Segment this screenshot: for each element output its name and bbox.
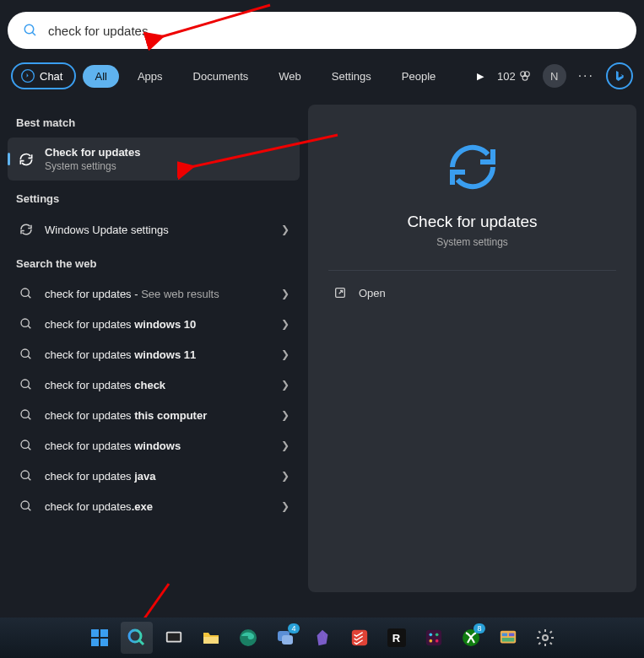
- more-icon[interactable]: ···: [578, 68, 594, 84]
- result-web-item[interactable]: check for updates - See web results❯: [8, 278, 300, 309]
- svg-point-12: [21, 380, 29, 387]
- search-icon: [18, 317, 35, 331]
- result-web-item[interactable]: check for updates windows 10❯: [8, 309, 300, 339]
- preview-sync-icon: [328, 137, 616, 197]
- bing-icon[interactable]: [606, 62, 633, 89]
- svg-point-30: [129, 630, 141, 642]
- search-input[interactable]: [48, 24, 621, 38]
- svg-line-11: [28, 356, 30, 359]
- result-web-item[interactable]: check for updates check❯: [8, 369, 300, 400]
- app-r-button[interactable]: R: [381, 622, 413, 654]
- file-explorer-button[interactable]: [195, 622, 227, 654]
- tab-apps[interactable]: Apps: [126, 65, 175, 88]
- slack-button[interactable]: [418, 622, 450, 654]
- svg-rect-33: [167, 634, 180, 641]
- svg-rect-26: [91, 629, 99, 637]
- chat-badge: 4: [288, 623, 299, 634]
- tab-chat-label: Chat: [40, 70, 62, 83]
- section-settings: Settings: [8, 181, 300, 213]
- open-icon: [333, 286, 347, 299]
- sync-icon: [18, 151, 35, 168]
- play-icon[interactable]: ▶: [470, 71, 490, 82]
- rewards-points[interactable]: 102: [497, 70, 531, 83]
- tab-chat[interactable]: Chat: [11, 62, 76, 89]
- search-icon: [18, 499, 35, 513]
- tab-settings[interactable]: Settings: [320, 65, 383, 88]
- result-web-item[interactable]: check for updates.exe❯: [8, 491, 300, 521]
- chevron-right-icon: ❯: [281, 379, 290, 391]
- xbox-badge: 8: [474, 623, 484, 634]
- result-setting-item[interactable]: Windows Update settings❯: [8, 213, 300, 245]
- preview-panel: Check for updates System settings Open: [308, 105, 636, 592]
- result-web-item[interactable]: check for updates java❯: [8, 461, 300, 491]
- filter-tabs: Chat All Apps Documents Web Settings Peo…: [8, 62, 636, 89]
- user-avatar[interactable]: N: [543, 64, 566, 88]
- result-web-item[interactable]: check for updates windows 11❯: [8, 339, 300, 369]
- svg-point-40: [429, 634, 432, 637]
- open-label: Open: [359, 287, 386, 299]
- edge-button[interactable]: [232, 622, 264, 654]
- result-web-item[interactable]: check for updates windows❯: [8, 430, 300, 461]
- results-list: Best match Check for updates System sett…: [8, 105, 300, 592]
- sync-icon: [18, 222, 35, 237]
- chevron-right-icon: ❯: [281, 500, 290, 512]
- chevron-right-icon: ❯: [281, 440, 290, 451]
- svg-rect-29: [100, 639, 108, 646]
- svg-line-17: [28, 447, 30, 450]
- result-subtitle: System settings: [45, 160, 290, 172]
- svg-point-16: [21, 440, 29, 448]
- tab-all[interactable]: All: [83, 65, 118, 88]
- chat-button[interactable]: 4: [269, 622, 301, 654]
- svg-point-10: [21, 349, 29, 357]
- svg-rect-46: [501, 634, 506, 637]
- result-web-item[interactable]: check for updates this computer❯: [8, 400, 300, 430]
- obsidian-button[interactable]: [306, 622, 338, 654]
- result-title: Check for updates: [45, 146, 290, 159]
- svg-point-42: [429, 639, 432, 643]
- preview-subtitle: System settings: [328, 236, 616, 248]
- svg-rect-37: [282, 635, 293, 645]
- chevron-right-icon: ❯: [281, 470, 290, 482]
- search-icon: [23, 23, 38, 38]
- svg-line-15: [28, 417, 30, 419]
- section-search-web: Search the web: [8, 245, 300, 278]
- start-button[interactable]: [84, 622, 116, 654]
- task-view-button[interactable]: [158, 622, 190, 654]
- tab-web[interactable]: Web: [267, 65, 313, 88]
- tab-people[interactable]: People: [390, 65, 447, 88]
- search-icon: [18, 287, 35, 300]
- svg-line-1: [32, 32, 35, 35]
- svg-line-19: [28, 477, 30, 480]
- search-icon: [18, 439, 35, 452]
- svg-point-8: [21, 319, 29, 326]
- chevron-right-icon: ❯: [281, 224, 290, 235]
- search-box[interactable]: [8, 12, 636, 49]
- search-icon: [18, 348, 35, 361]
- open-action[interactable]: Open: [328, 279, 616, 306]
- svg-rect-39: [425, 630, 441, 645]
- result-check-for-updates[interactable]: Check for updates System settings: [8, 138, 300, 181]
- chevron-right-icon: ❯: [281, 318, 290, 330]
- svg-point-41: [435, 634, 438, 637]
- todoist-button[interactable]: [344, 622, 376, 654]
- tab-documents[interactable]: Documents: [181, 65, 261, 88]
- search-icon: [18, 378, 35, 391]
- svg-line-21: [28, 508, 30, 510]
- svg-point-14: [21, 410, 29, 418]
- settings-button[interactable]: [529, 622, 561, 654]
- svg-rect-27: [100, 629, 108, 637]
- chevron-right-icon: ❯: [281, 409, 290, 421]
- xbox-button[interactable]: 8: [455, 622, 487, 654]
- svg-line-31: [139, 640, 143, 645]
- chevron-right-icon: ❯: [281, 348, 290, 360]
- svg-rect-34: [203, 637, 219, 644]
- app-manager-button[interactable]: [492, 622, 524, 654]
- svg-line-7: [28, 295, 30, 298]
- svg-rect-47: [508, 634, 513, 637]
- search-taskbar-button[interactable]: [121, 622, 153, 654]
- svg-line-9: [28, 326, 30, 328]
- svg-point-6: [21, 289, 29, 296]
- section-best-match: Best match: [8, 105, 300, 138]
- svg-point-0: [24, 24, 34, 34]
- svg-point-20: [21, 501, 29, 509]
